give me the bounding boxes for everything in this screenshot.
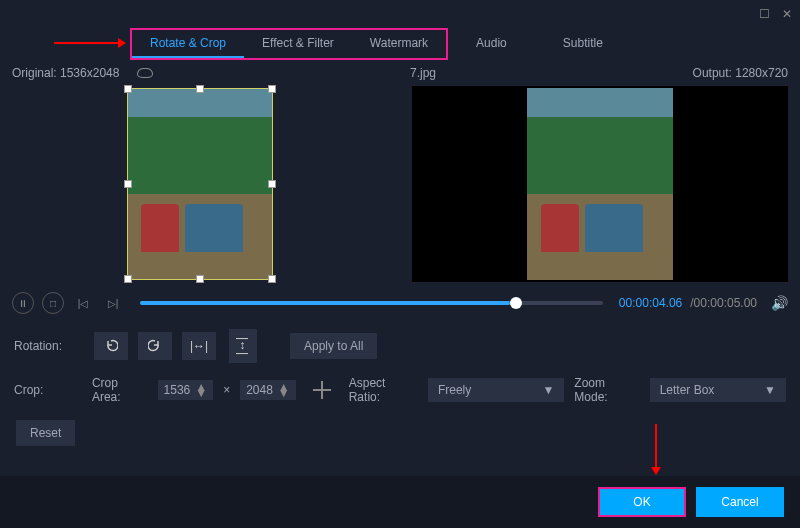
- crop-width-input[interactable]: 1536 ▲▼: [158, 380, 214, 400]
- crop-handle-tr[interactable]: [268, 85, 276, 93]
- close-button[interactable]: ✕: [782, 7, 792, 21]
- progress-knob[interactable]: [510, 297, 522, 309]
- info-bar: Original: 1536x2048 7.jpg Output: 1280x7…: [0, 60, 800, 86]
- zoom-mode-dropdown[interactable]: Letter Box ▼: [650, 378, 786, 402]
- time-current: 00:00:04.06: [619, 296, 682, 310]
- crop-height-value: 2048: [246, 383, 273, 397]
- output-size-label: Output: 1280x720: [693, 66, 788, 80]
- crop-position-button[interactable]: [306, 376, 339, 404]
- tab-rotate-crop[interactable]: Rotate & Crop: [132, 30, 244, 58]
- height-down-icon[interactable]: ▼: [278, 390, 290, 396]
- reset-row: Reset: [0, 412, 800, 454]
- ok-button[interactable]: OK: [598, 487, 686, 517]
- next-frame-button[interactable]: ▷|: [102, 292, 124, 314]
- position-icon: [313, 381, 331, 399]
- tabs-row: Rotate & Crop Effect & Filter Watermark …: [0, 28, 800, 60]
- cancel-button[interactable]: Cancel: [696, 487, 784, 517]
- crop-sep: ×: [223, 383, 230, 397]
- preview-eye-icon[interactable]: [137, 68, 153, 78]
- apply-to-all-button[interactable]: Apply to All: [290, 333, 377, 359]
- chevron-down-icon: ▼: [542, 383, 554, 397]
- crop-width-value: 1536: [164, 383, 191, 397]
- flip-vertical-button[interactable]: |↔|: [229, 329, 257, 363]
- crop-handle-mr[interactable]: [268, 180, 276, 188]
- annotation-arrow-tabs: [54, 42, 124, 44]
- rotation-row: Rotation: |↔| |↔| Apply to All: [0, 324, 800, 368]
- rotate-cw-button[interactable]: [138, 332, 172, 360]
- output-image: [527, 88, 673, 280]
- crop-frame[interactable]: [127, 88, 273, 280]
- playback-controls: ⏸ □ |◁ ▷| 00:00:04.06/00:00:05.00 🔊: [0, 282, 800, 324]
- crop-area-label: Crop Area:: [92, 376, 148, 404]
- tab-watermark[interactable]: Watermark: [352, 30, 446, 58]
- chevron-down-icon: ▼: [764, 383, 776, 397]
- source-image: [127, 88, 273, 280]
- highlighted-tabs-box: Rotate & Crop Effect & Filter Watermark: [130, 28, 448, 60]
- play-pause-button[interactable]: ⏸: [12, 292, 34, 314]
- preview-area: [0, 86, 800, 282]
- filename-label: 7.jpg: [171, 66, 674, 80]
- zoom-label: Zoom Mode:: [574, 376, 639, 404]
- reset-button[interactable]: Reset: [16, 420, 75, 446]
- maximize-button[interactable]: ☐: [759, 7, 770, 21]
- progress-bar[interactable]: [140, 301, 603, 305]
- crop-handle-tc[interactable]: [196, 85, 204, 93]
- titlebar: ☐ ✕: [0, 0, 800, 28]
- original-size-label: Original: 1536x2048: [12, 66, 119, 80]
- crop-handle-bl[interactable]: [124, 275, 132, 283]
- progress-fill: [140, 301, 510, 305]
- crop-handle-ml[interactable]: [124, 180, 132, 188]
- volume-icon[interactable]: 🔊: [771, 295, 788, 311]
- tab-subtitle[interactable]: Subtitle: [535, 30, 631, 58]
- tab-effect-filter[interactable]: Effect & Filter: [244, 30, 352, 58]
- crop-height-input[interactable]: 2048 ▲▼: [240, 380, 296, 400]
- crop-handle-tl[interactable]: [124, 85, 132, 93]
- flip-horizontal-button[interactable]: |↔|: [182, 332, 216, 360]
- crop-row: Crop: Crop Area: 1536 ▲▼ × 2048 ▲▼ Aspec…: [0, 368, 800, 412]
- aspect-label: Aspect Ratio:: [349, 376, 418, 404]
- output-pane: [412, 86, 788, 282]
- zoom-value: Letter Box: [660, 383, 715, 397]
- aspect-value: Freely: [438, 383, 471, 397]
- crop-handle-bc[interactable]: [196, 275, 204, 283]
- rotation-label: Rotation:: [14, 339, 84, 353]
- source-pane[interactable]: [12, 86, 388, 282]
- annotation-arrow-ok: [655, 424, 657, 472]
- tab-audio[interactable]: Audio: [448, 30, 535, 58]
- time-total: /00:00:05.00: [690, 296, 757, 310]
- crop-label: Crop:: [14, 383, 82, 397]
- width-down-icon[interactable]: ▼: [195, 390, 207, 396]
- prev-frame-button[interactable]: |◁: [72, 292, 94, 314]
- crop-handle-br[interactable]: [268, 275, 276, 283]
- footer: OK Cancel: [0, 476, 800, 528]
- aspect-ratio-dropdown[interactable]: Freely ▼: [428, 378, 564, 402]
- stop-button[interactable]: □: [42, 292, 64, 314]
- rotate-ccw-button[interactable]: [94, 332, 128, 360]
